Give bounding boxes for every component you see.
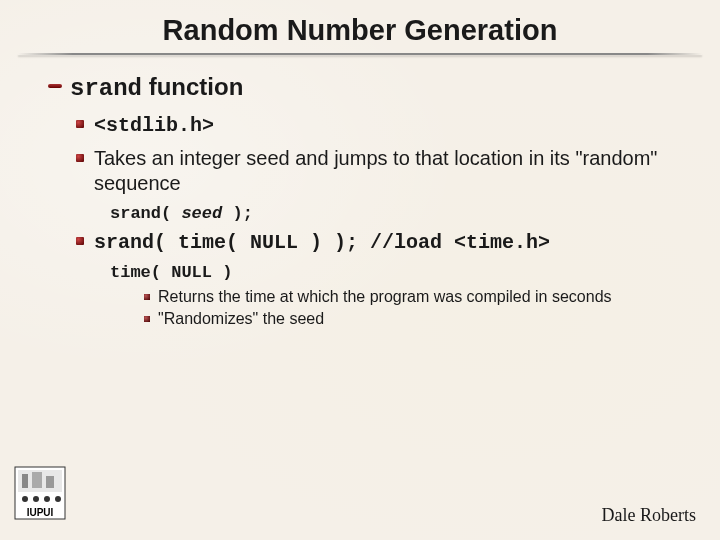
bullet-description: Takes an integer seed and jumps to that …: [76, 146, 672, 196]
svg-point-6: [33, 496, 39, 502]
slide-content: srand function <stdlib.h> Takes an integ…: [0, 73, 720, 328]
iupui-logo: IUPUI: [14, 466, 66, 520]
code-time-null: time( NULL ): [110, 263, 672, 282]
title-divider: [18, 53, 702, 55]
code-prefix: srand(: [110, 204, 181, 223]
bullet-srand-time-text: srand( time( NULL ) ); //load <time.h>: [94, 231, 550, 254]
subbullet-returns-time: Returns the time at which the program wa…: [144, 288, 672, 306]
code-suffix: );: [222, 204, 253, 223]
heading-srand-function: srand function: [48, 73, 672, 102]
bullet-stdlib-text: <stdlib.h>: [94, 114, 214, 137]
subbullet-randomizes: "Randomizes" the seed: [144, 310, 672, 328]
svg-text:IUPUI: IUPUI: [27, 507, 54, 518]
svg-rect-2: [22, 474, 28, 488]
bullet-srand-time: srand( time( NULL ) ); //load <time.h>: [76, 229, 672, 255]
code-seed-italic: seed: [181, 204, 222, 223]
bullet-stdlib: <stdlib.h>: [76, 112, 672, 138]
svg-rect-3: [32, 472, 42, 488]
heading-rest: function: [142, 73, 243, 100]
slide-title: Random Number Generation: [0, 0, 720, 53]
author-name: Dale Roberts: [602, 505, 696, 526]
code-srand-seed: srand( seed );: [110, 204, 672, 223]
svg-point-8: [55, 496, 61, 502]
svg-point-5: [22, 496, 28, 502]
heading-code: srand: [70, 75, 142, 102]
svg-rect-4: [46, 476, 54, 488]
svg-point-7: [44, 496, 50, 502]
